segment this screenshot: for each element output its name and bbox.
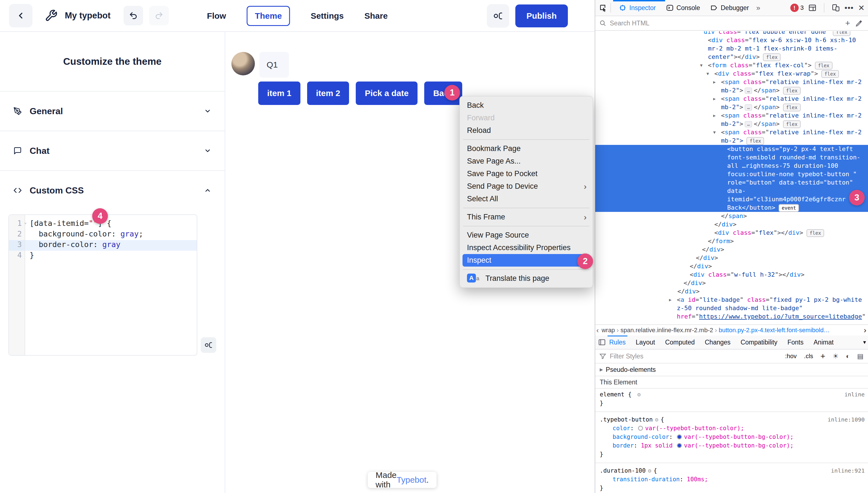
panel-tab-computed[interactable]: Computed: [665, 336, 695, 349]
pseudo-elements-row[interactable]: ▶ Pseudo-elements: [595, 363, 868, 376]
devtools-html-row[interactable]: z-50 rounded shadow-md lite-badge": [595, 304, 868, 313]
rule-selector[interactable]: .typebot-button: [600, 416, 653, 423]
filter-styles-bar[interactable]: Filter Styles :hov.cls+☀◐▤: [595, 349, 868, 363]
made-with-badge[interactable]: Made with Typebot .: [368, 472, 437, 488]
gear-icon[interactable]: ⚙: [655, 416, 659, 423]
choice-button-item-1[interactable]: item 1: [258, 82, 300, 105]
error-count-badge[interactable]: ! 3: [790, 4, 804, 12]
devtools-html-row[interactable]: Back</button>event: [595, 203, 868, 212]
menu-item-save-page-to-pocket[interactable]: Save Page to Pocket: [460, 168, 593, 180]
menu-item-forward[interactable]: Forward: [460, 112, 593, 124]
flex-badge[interactable]: flex: [815, 62, 832, 69]
devtools-html-row[interactable]: ▶<a id="lite-badge" class="fixed py-1 px…: [595, 296, 868, 304]
panel-tab-rules[interactable]: Rules: [609, 336, 626, 349]
menu-item-inspect-accessibility-properties[interactable]: Inspect Accessibility Properties: [460, 241, 593, 254]
sidebar-section-custom-css[interactable]: Custom CSS: [0, 170, 225, 210]
flex-badge[interactable]: flex: [807, 229, 824, 237]
filter-toggle-[interactable]: ◐: [846, 352, 850, 360]
choice-button-item-2[interactable]: item 2: [307, 82, 349, 105]
undo-button[interactable]: [123, 6, 143, 25]
redo-button[interactable]: [149, 6, 169, 25]
preview-user-button[interactable]: [201, 337, 216, 353]
devtools-html-row[interactable]: data-: [595, 187, 868, 195]
menu-item-translate-this-page[interactable]: AaTranslate this page: [460, 272, 593, 285]
devtools-html-row[interactable]: mb-2">…</span>flex: [595, 103, 868, 111]
filter-toggle-[interactable]: +: [821, 351, 826, 361]
devtools-html-row[interactable]: font-semibold rounded-md transition-: [595, 153, 868, 162]
devtools-html-row[interactable]: mr-2 mb-2 mt-1 flex-shrink-0 items-: [595, 44, 868, 53]
search-html-bar[interactable]: Search HTML +: [595, 16, 868, 31]
css-declaration[interactable]: color: var(--typebot-button-color);: [600, 424, 868, 433]
expand-arrow-icon[interactable]: ▶: [713, 111, 716, 120]
devtools-html-row[interactable]: ▼<form class="flex flex-col">flex: [595, 61, 868, 69]
back-button[interactable]: [9, 4, 33, 27]
expand-arrow-icon[interactable]: ▶: [713, 94, 716, 103]
collapse-arrow-icon[interactable]: ▼: [713, 128, 716, 136]
panel-tab-compatibility[interactable]: Compatibility: [741, 336, 778, 349]
gear-icon[interactable]: ⚙: [637, 391, 641, 398]
css-declaration[interactable]: background-color: var(--typebot-button-b…: [600, 433, 868, 441]
filter-toggle-cls[interactable]: .cls: [804, 352, 813, 360]
devtools-html-row[interactable]: itemid="cl3iunm4p000f2e6gfr8cznr: [595, 195, 868, 203]
devtools-html-row[interactable]: <div class="w-full h-32"></div>: [595, 271, 868, 279]
panel-tab-changes[interactable]: Changes: [705, 336, 730, 349]
rule-source-link[interactable]: inline:921: [831, 467, 865, 475]
devtools-html-row[interactable]: </div>: [595, 220, 868, 229]
devtools-html-row[interactable]: <button class="py-2 px-4 text-left: [595, 145, 868, 153]
toggle-sidebar-icon[interactable]: [598, 338, 606, 346]
menu-item-bookmark-page[interactable]: Bookmark Page: [460, 142, 593, 155]
menu-item-select-all[interactable]: Select All: [460, 193, 593, 205]
close-devtools-icon[interactable]: ✕: [858, 3, 865, 13]
devtools-html-row[interactable]: </div>: [595, 262, 868, 271]
flex-badge[interactable]: flex: [783, 104, 801, 111]
css-declaration[interactable]: border: 1px solid var(--typebot-button-b…: [600, 441, 868, 450]
sidebar-section-general[interactable]: General: [0, 91, 225, 131]
nav-tab-theme[interactable]: Theme: [247, 6, 290, 26]
nav-tab-settings[interactable]: Settings: [311, 11, 344, 21]
menu-item-inspect[interactable]: Inspect: [463, 254, 590, 266]
panel-tab-animat[interactable]: Animat: [813, 336, 834, 349]
menu-item-back[interactable]: Back: [460, 99, 593, 112]
devtools-html-row[interactable]: <div class="flex"></div>flex: [595, 229, 868, 237]
eyedropper-icon[interactable]: [855, 19, 863, 27]
devtools-tab-inspector[interactable]: Inspector: [619, 4, 656, 12]
devtools-html-row[interactable]: mb-2">flex: [595, 136, 868, 145]
menu-item-view-page-source[interactable]: View Page Source: [460, 229, 593, 241]
devtools-menu-icon[interactable]: •••: [845, 3, 853, 12]
menu-item-this-frame[interactable]: This Frame›: [460, 211, 593, 223]
bot-title[interactable]: My typebot: [65, 10, 111, 21]
menu-item-send-page-to-device[interactable]: Send Page to Device›: [460, 180, 593, 193]
flex-badge[interactable]: flex: [833, 31, 850, 36]
expand-arrow-icon[interactable]: ▶: [713, 78, 716, 86]
devtools-html-row[interactable]: all …rightness-75 duration-100: [595, 162, 868, 170]
code-line[interactable]: background-color: gray;: [25, 230, 197, 240]
devtools-html-row[interactable]: div class="flex bubble enter done"flex: [595, 31, 868, 36]
color-swatch[interactable]: [677, 443, 682, 448]
publish-button[interactable]: Publish: [515, 4, 568, 27]
menu-item-save-page-as[interactable]: Save Page As...: [460, 155, 593, 168]
devtools-html-row[interactable]: ▼<span class="relative inline-flex mr-2: [595, 128, 868, 136]
devtools-tab-debugger[interactable]: Debugger: [710, 4, 749, 12]
code-line[interactable]: }: [25, 251, 197, 261]
breadcrumb-item[interactable]: button.py-2.px-4.text-left.font-semibold…: [719, 327, 830, 334]
rule-selector[interactable]: element: [600, 391, 625, 398]
color-swatch[interactable]: [677, 434, 682, 440]
flex-badge[interactable]: flex: [783, 87, 801, 94]
devtools-html-row[interactable]: </div>: [595, 254, 868, 262]
devtools-html-row[interactable]: </span>: [595, 212, 868, 220]
custom-css-editor[interactable]: 1⌄234 [data-itemid=""] { background-colo…: [8, 214, 197, 356]
devtools-html-row[interactable]: ▼<div class="flex flex-wrap">flex: [595, 69, 868, 78]
code-line[interactable]: border-color: gray: [25, 240, 197, 251]
devtools-html-row[interactable]: focus:outline-none typebot-button ": [595, 170, 868, 178]
devtools-html-row[interactable]: </div>: [595, 279, 868, 287]
breadcrumb-item[interactable]: wrap: [602, 327, 615, 334]
event-badge[interactable]: event: [779, 204, 799, 212]
add-node-button[interactable]: +: [845, 18, 850, 28]
editor-code[interactable]: [data-itemid=""] { background-color: gra…: [25, 215, 197, 355]
devtools-html-row[interactable]: center"></div>flex: [595, 53, 868, 61]
devtools-html-row[interactable]: mb-2">…</span>flex: [595, 120, 868, 128]
flex-badge[interactable]: flex: [783, 120, 801, 128]
panel-tabs-overflow-icon[interactable]: ▼: [862, 336, 867, 349]
panel-tab-fonts[interactable]: Fonts: [788, 336, 804, 349]
split-console-icon[interactable]: [808, 4, 816, 12]
